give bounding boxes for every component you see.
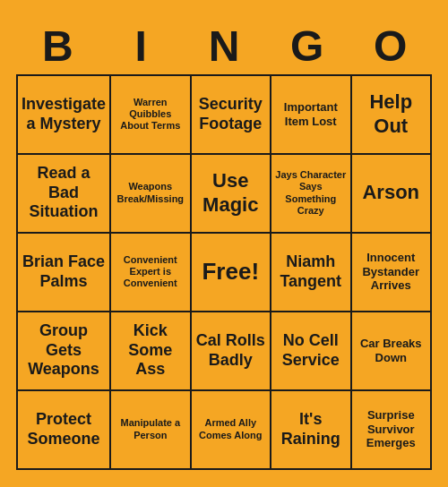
cell-1-3[interactable]: Jays Character Says Something Crazy xyxy=(271,155,351,234)
header-n: N xyxy=(183,18,266,74)
cell-1-2[interactable]: Use Magic xyxy=(192,155,271,234)
cell-4-3[interactable]: It's Raining xyxy=(271,391,351,470)
cell-0-1[interactable]: Warren Quibbles About Terms xyxy=(111,76,191,155)
cell-2-1[interactable]: Convenient Expert is Convenient xyxy=(111,234,191,312)
cell-4-2[interactable]: Armed Ally Comes Along xyxy=(192,391,271,470)
cell-2-3[interactable]: Niamh Tangent xyxy=(271,234,351,312)
cell-0-4[interactable]: Help Out xyxy=(352,76,433,155)
cell-3-0[interactable]: Group Gets Weapons xyxy=(18,312,111,391)
cell-1-4[interactable]: Arson xyxy=(352,155,433,234)
cell-1-0[interactable]: Read a Bad Situation xyxy=(18,155,111,234)
cell-0-0[interactable]: Investigate a Mystery xyxy=(18,76,111,155)
bingo-card: B I N G O Investigate a Mystery Warren Q… xyxy=(9,11,439,477)
cell-3-2[interactable]: Cal Rolls Badly xyxy=(192,312,271,391)
cell-1-1[interactable]: Weapons Break/Missing xyxy=(111,155,191,234)
cell-0-2[interactable]: Security Footage xyxy=(192,76,271,155)
cell-2-0[interactable]: Brian Face Palms xyxy=(18,234,111,312)
bingo-header: B I N G O xyxy=(16,18,432,74)
cell-2-4[interactable]: Innocent Bystander Arrives xyxy=(352,234,433,312)
cell-3-1[interactable]: Kick Some Ass xyxy=(111,312,191,391)
header-i: I xyxy=(99,18,183,74)
cell-3-3[interactable]: No Cell Service xyxy=(271,312,351,391)
cell-4-1[interactable]: Manipulate a Person xyxy=(111,391,191,470)
header-g: G xyxy=(265,18,349,74)
cell-4-4[interactable]: Surprise Survivor Emerges xyxy=(352,391,433,470)
cell-0-3[interactable]: Important Item Lost xyxy=(271,76,351,155)
cell-3-4[interactable]: Car Breaks Down xyxy=(352,312,433,391)
cell-2-2-free[interactable]: Free! xyxy=(192,234,271,312)
header-o: O xyxy=(349,18,432,74)
header-b: B xyxy=(16,18,99,74)
bingo-grid: Investigate a Mystery Warren Quibbles Ab… xyxy=(16,74,432,470)
cell-4-0[interactable]: Protect Someone xyxy=(18,391,111,470)
